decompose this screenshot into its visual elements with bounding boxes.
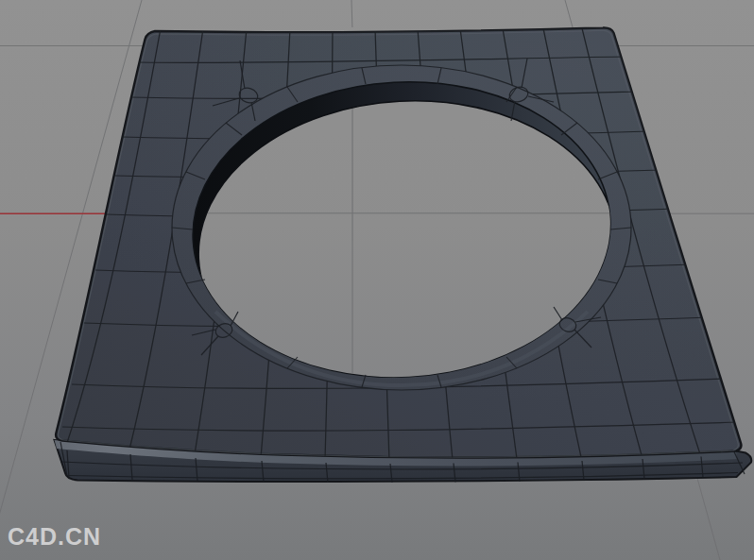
watermark-label: C4D.CN [8,523,101,551]
viewport-canvas[interactable] [0,0,754,560]
3d-viewport[interactable]: C4D.CN [0,0,754,560]
